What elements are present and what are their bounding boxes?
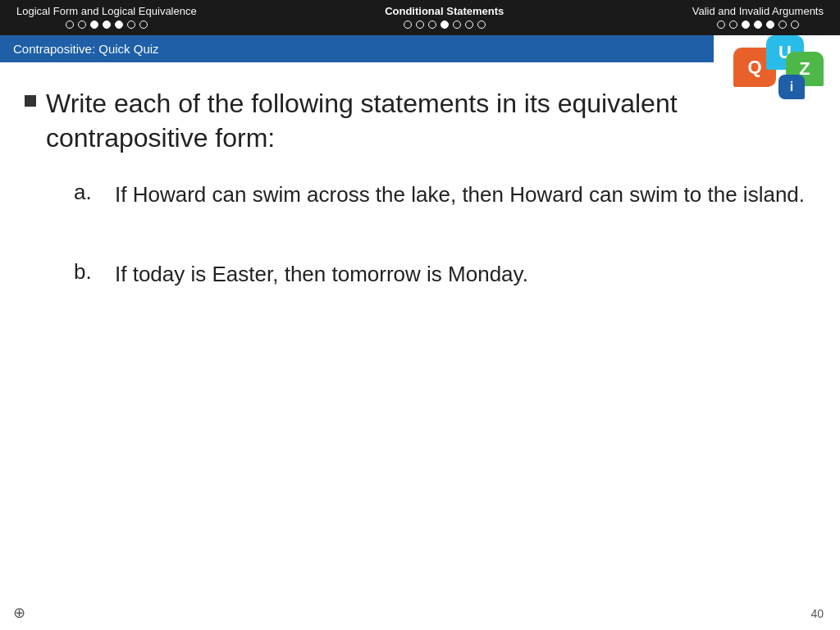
bubble-i-icon: i xyxy=(778,75,805,99)
nav-section-logical-form[interactable]: Logical Form and Logical Equivalence xyxy=(16,5,197,29)
dot-filled xyxy=(115,21,123,29)
dot xyxy=(778,21,787,29)
dot-filled xyxy=(754,21,762,29)
nav-title-conditional: Conditional Statements xyxy=(385,5,504,17)
dot xyxy=(729,21,737,29)
sub-item-label-b: b. xyxy=(74,259,98,285)
dot-filled xyxy=(90,21,98,29)
dot xyxy=(428,21,436,29)
quiz-icon-area: Q U Z i xyxy=(725,31,832,105)
dot xyxy=(404,21,412,29)
main-bullet: Write each of the following statements i… xyxy=(25,87,807,155)
subtitle-row: Contrapositive: Quick Quiz xyxy=(0,35,840,62)
sub-item-text-b: If today is Easter, then tomorrow is Mon… xyxy=(115,259,528,289)
subtitle-text: Contrapositive: Quick Quiz xyxy=(13,42,159,56)
page-number: 40 xyxy=(810,607,824,620)
sub-item-label-a: a. xyxy=(74,180,98,205)
bullet-square-icon xyxy=(25,95,36,107)
dot xyxy=(477,21,486,29)
dot-filled xyxy=(103,21,111,29)
main-bullet-text: Write each of the following statements i… xyxy=(46,87,807,155)
nav-title-valid-invalid: Valid and Invalid Arguments xyxy=(692,5,824,17)
nav-dots-valid-invalid xyxy=(717,21,799,29)
dot xyxy=(127,21,135,29)
list-item: a. If Howard can swim across the lake, t… xyxy=(74,180,807,209)
dot-filled xyxy=(441,21,449,29)
dot xyxy=(465,21,473,29)
navigation-cross-icon[interactable]: ⊕ xyxy=(13,604,25,622)
subtitle-bar: Contrapositive: Quick Quiz xyxy=(0,35,714,62)
sub-item-text-a: If Howard can swim across the lake, then… xyxy=(115,180,805,209)
dot xyxy=(453,21,461,29)
dot-filled xyxy=(766,21,774,29)
dot xyxy=(66,21,74,29)
nav-dots-conditional xyxy=(404,21,486,29)
top-navigation-bar: Logical Form and Logical Equivalence Con… xyxy=(0,0,840,35)
dot xyxy=(416,21,424,29)
list-item: b. If today is Easter, then tomorrow is … xyxy=(74,259,807,289)
dot xyxy=(717,21,725,29)
main-content: Write each of the following statements i… xyxy=(0,62,840,330)
dot xyxy=(139,21,148,29)
nav-section-conditional[interactable]: Conditional Statements xyxy=(385,5,504,29)
nav-dots-logical-form xyxy=(66,21,148,29)
quiz-bubbles: Q U Z i xyxy=(733,35,824,101)
dot xyxy=(791,21,799,29)
dot-filled xyxy=(742,21,750,29)
nav-title-logical-form: Logical Form and Logical Equivalence xyxy=(16,5,197,17)
nav-section-valid-invalid[interactable]: Valid and Invalid Arguments xyxy=(692,5,824,29)
sub-list: a. If Howard can swim across the lake, t… xyxy=(74,180,807,289)
dot xyxy=(78,21,86,29)
